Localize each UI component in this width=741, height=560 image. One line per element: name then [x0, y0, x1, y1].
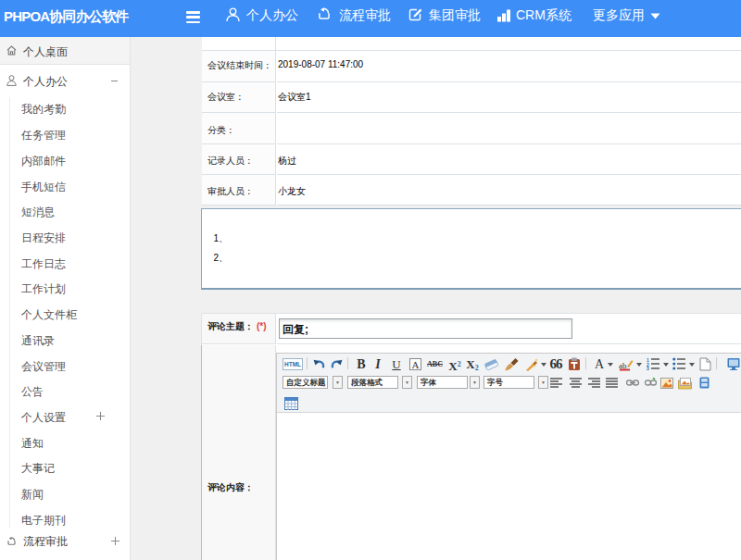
svg-text:3: 3: [647, 366, 649, 370]
